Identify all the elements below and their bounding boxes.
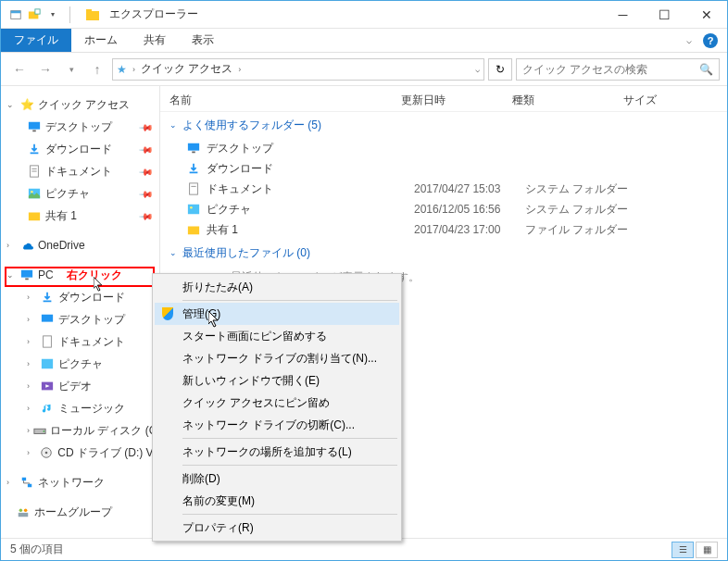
expand-icon[interactable]: › bbox=[27, 337, 36, 346]
context-menu: 折りたたみ(A) 管理(G) スタート画面にピン留めする ネットワーク ドライブ… bbox=[152, 273, 402, 542]
menu-properties[interactable]: プロパティ(R) bbox=[155, 517, 399, 539]
tab-home[interactable]: ホーム bbox=[71, 29, 131, 52]
navigation-pane: ⌄ ⭐ クイック アクセス デスクトップ 📌 ダウンロード 📌 ドキュメント 📌… bbox=[1, 86, 160, 535]
search-input[interactable] bbox=[522, 63, 699, 76]
expand-icon[interactable]: › bbox=[6, 241, 16, 250]
folder-icon bbox=[186, 222, 201, 237]
expand-icon[interactable]: › bbox=[27, 448, 36, 457]
menu-add-location[interactable]: ネットワークの場所を追加する(L) bbox=[155, 441, 399, 463]
ribbon-collapse-icon[interactable]: ⌵ bbox=[686, 35, 692, 45]
sidebar-network[interactable]: › ネットワーク bbox=[1, 471, 159, 493]
expand-icon[interactable]: › bbox=[6, 478, 16, 487]
music-icon bbox=[40, 401, 55, 416]
sidebar-desktop[interactable]: デスクトップ 📌 bbox=[1, 116, 159, 138]
address-dropdown-icon[interactable]: ⌵ bbox=[475, 65, 480, 74]
sidebar-pc-downloads[interactable]: › ダウンロード bbox=[1, 286, 159, 308]
svg-rect-6 bbox=[29, 122, 40, 130]
expand-icon[interactable]: › bbox=[27, 359, 36, 368]
picture-icon bbox=[27, 186, 42, 201]
expand-icon[interactable]: › bbox=[27, 293, 36, 302]
properties-icon[interactable] bbox=[8, 7, 23, 22]
refresh-button[interactable]: ↻ bbox=[488, 58, 512, 81]
collapse-icon[interactable]: ⌄ bbox=[169, 120, 177, 130]
column-name[interactable]: 名前 bbox=[169, 93, 401, 108]
expand-icon[interactable]: › bbox=[27, 404, 36, 413]
collapse-icon[interactable]: ⌄ bbox=[169, 248, 177, 257]
expand-icon[interactable]: › bbox=[27, 426, 30, 435]
svg-rect-7 bbox=[32, 131, 36, 132]
svg-rect-17 bbox=[44, 336, 52, 347]
sidebar-pc-desktop[interactable]: › デスクトップ bbox=[1, 308, 159, 330]
cursor-icon bbox=[94, 277, 107, 293]
menu-delete[interactable]: 削除(D) bbox=[155, 468, 399, 490]
menu-disconnect[interactable]: ネットワーク ドライブの切断(C)... bbox=[155, 414, 399, 436]
group-frequent[interactable]: ⌄ よく使用するフォルダー (5) bbox=[160, 112, 727, 138]
sidebar-documents[interactable]: ドキュメント 📌 bbox=[1, 160, 159, 182]
collapse-icon[interactable]: ⌄ bbox=[6, 270, 16, 280]
sidebar-onedrive[interactable]: › OneDrive bbox=[1, 234, 159, 256]
forward-button[interactable]: → bbox=[34, 58, 56, 81]
back-button[interactable]: ← bbox=[8, 58, 31, 81]
sidebar-pc[interactable]: ⌄ PC 右クリック bbox=[1, 264, 159, 286]
chevron-right-icon[interactable]: › bbox=[238, 65, 241, 74]
menu-map-drive[interactable]: ネットワーク ドライブの割り当て(N)... bbox=[155, 347, 399, 369]
qat-dropdown-icon[interactable]: ▾ bbox=[45, 7, 60, 22]
file-tab[interactable]: ファイル bbox=[1, 29, 71, 52]
video-icon bbox=[40, 379, 55, 393]
sidebar-pc-cddrive[interactable]: › CD ドライブ (D:) Vir bbox=[1, 442, 159, 464]
sidebar-pc-localdisk[interactable]: › ローカル ディスク (C:) bbox=[1, 419, 159, 442]
collapse-icon[interactable]: ⌄ bbox=[6, 100, 16, 109]
maximize-button[interactable]: ☐ bbox=[644, 1, 685, 29]
sidebar-pictures[interactable]: ピクチャ 📌 bbox=[1, 182, 159, 205]
file-row-desktop[interactable]: デスクトップ bbox=[160, 138, 727, 158]
search-box[interactable]: 🔍 bbox=[516, 58, 720, 81]
download-icon bbox=[27, 142, 42, 156]
svg-rect-3 bbox=[35, 8, 40, 13]
column-type[interactable]: 種類 bbox=[512, 93, 623, 108]
svg-rect-5 bbox=[86, 9, 92, 12]
group-recent[interactable]: ⌄ 最近使用したファイル (0) bbox=[160, 240, 727, 266]
sidebar-pc-pictures[interactable]: › ピクチャ bbox=[1, 353, 159, 375]
sidebar-pc-videos[interactable]: › ビデオ bbox=[1, 375, 159, 397]
sidebar-pc-documents[interactable]: › ドキュメント bbox=[1, 330, 159, 353]
sidebar-quick-access[interactable]: ⌄ ⭐ クイック アクセス bbox=[1, 94, 159, 116]
monitor-icon bbox=[40, 312, 55, 327]
breadcrumb-label[interactable]: クイック アクセス bbox=[141, 61, 232, 77]
file-row-documents[interactable]: ドキュメント 2017/04/27 15:03 システム フォルダー bbox=[160, 179, 727, 199]
sidebar-homegroup[interactable]: ホームグループ bbox=[1, 501, 159, 523]
search-icon[interactable]: 🔍 bbox=[699, 63, 713, 76]
menu-rename[interactable]: 名前の変更(M) bbox=[155, 490, 399, 512]
network-icon bbox=[19, 475, 34, 490]
menu-manage[interactable]: 管理(G) bbox=[155, 303, 399, 325]
recent-dropdown-icon[interactable]: ▾ bbox=[60, 58, 82, 81]
menu-pin-start[interactable]: スタート画面にピン留めする bbox=[155, 325, 399, 347]
menu-collapse[interactable]: 折りたたみ(A) bbox=[155, 276, 399, 298]
minimize-button[interactable]: ─ bbox=[602, 1, 644, 29]
sidebar-downloads[interactable]: ダウンロード 📌 bbox=[1, 138, 159, 160]
menu-new-window[interactable]: 新しいウィンドウで開く(E) bbox=[155, 369, 399, 392]
file-row-downloads[interactable]: ダウンロード bbox=[160, 158, 727, 179]
close-button[interactable]: ✕ bbox=[685, 1, 727, 29]
up-button[interactable]: ↑ bbox=[86, 58, 108, 81]
tab-share[interactable]: 共有 bbox=[131, 29, 179, 52]
menu-pin-qa[interactable]: クイック アクセスにピン留め bbox=[155, 392, 399, 414]
chevron-right-icon[interactable]: › bbox=[132, 65, 135, 74]
details-view-button[interactable]: ☰ bbox=[672, 542, 694, 558]
thumbnails-view-button[interactable]: ▦ bbox=[696, 542, 718, 558]
homegroup-icon bbox=[16, 505, 31, 519]
expand-icon[interactable]: › bbox=[27, 381, 36, 391]
address-bar[interactable]: ★ › クイック アクセス › ⌵ bbox=[112, 58, 484, 81]
explorer-icon bbox=[85, 7, 100, 22]
sidebar-share1[interactable]: 共有 1 📌 bbox=[1, 205, 159, 227]
column-size[interactable]: サイズ bbox=[623, 93, 697, 108]
sidebar-pc-music[interactable]: › ミュージック bbox=[1, 397, 159, 419]
new-folder-icon[interactable] bbox=[27, 7, 42, 22]
file-row-pictures[interactable]: ピクチャ 2016/12/05 16:56 システム フォルダー bbox=[160, 199, 727, 219]
column-date[interactable]: 更新日時 bbox=[401, 93, 512, 108]
tab-view[interactable]: 表示 bbox=[179, 29, 227, 52]
file-row-share1[interactable]: 共有 1 2017/04/23 17:00 ファイル フォルダー bbox=[160, 219, 727, 240]
expand-icon[interactable]: › bbox=[27, 315, 36, 324]
help-icon[interactable]: ? bbox=[703, 33, 718, 48]
download-icon bbox=[186, 161, 201, 176]
cd-icon bbox=[40, 445, 55, 460]
